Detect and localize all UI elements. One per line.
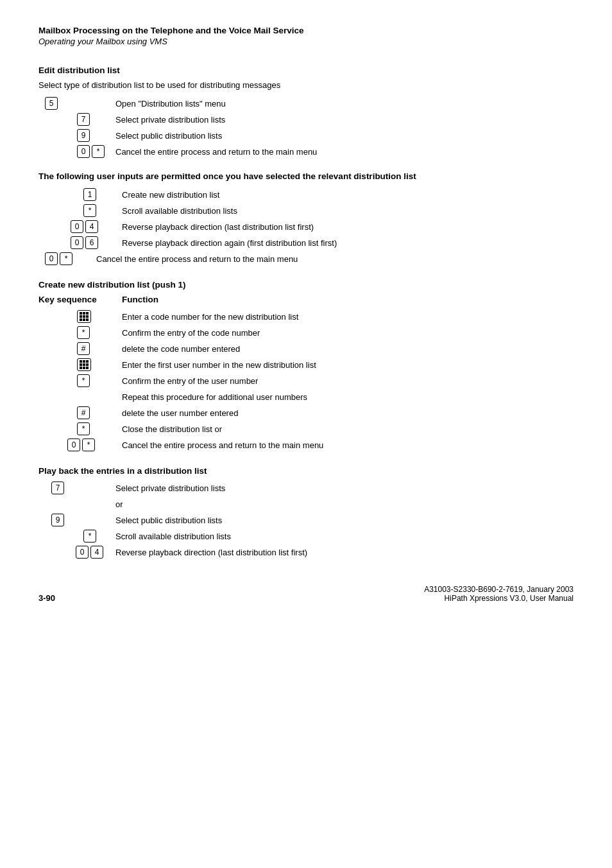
key-desc: Repeat this procedure for additional use… bbox=[122, 392, 574, 402]
key-0d: 0 bbox=[45, 252, 58, 265]
svg-rect-4 bbox=[83, 315, 85, 318]
key-row: 0 * Cancel the entire process and return… bbox=[45, 252, 574, 266]
section2-key-table: 1 Create new distribution list * Scroll … bbox=[45, 187, 574, 266]
section-edit-dist-list: Edit distribution list Select type of di… bbox=[38, 65, 574, 159]
key-row: 7 Select private distribution lists bbox=[64, 112, 574, 126]
key-desc: Open "Distribution lists" menu bbox=[115, 99, 574, 108]
key-row: 1 Create new distribution list bbox=[64, 187, 574, 202]
key-row: * Confirm the entry of the code number bbox=[64, 326, 574, 340]
key-4b: 4 bbox=[90, 546, 103, 559]
section-create-dist-list: Create new distribution list (push 1) Ke… bbox=[38, 280, 574, 452]
key-star5: * bbox=[77, 374, 90, 387]
key-desc: Enter the first user number in the new d… bbox=[122, 360, 574, 370]
key-9b: 9 bbox=[51, 514, 64, 526]
grid-svg2 bbox=[80, 360, 89, 369]
key-desc: Select private distribution lists bbox=[115, 483, 574, 493]
key-star3: * bbox=[60, 252, 72, 265]
key-7b: 7 bbox=[51, 482, 64, 494]
key-row: 9 Select public distribution lists bbox=[64, 128, 574, 143]
key-6: 6 bbox=[85, 236, 98, 249]
key-desc: Cancel the entire process and return to … bbox=[115, 147, 574, 157]
key-row: 0 6 Reverse playback direction again (fi… bbox=[64, 236, 574, 250]
svg-rect-1 bbox=[83, 312, 85, 315]
svg-rect-13 bbox=[83, 363, 85, 366]
key-0c: 0 bbox=[71, 236, 83, 249]
key-grid2 bbox=[77, 358, 91, 371]
key-desc: Select public distribution lists bbox=[115, 516, 574, 525]
key-sequence-table: Enter a code number for the new distribu… bbox=[45, 309, 574, 452]
function-header: Function bbox=[122, 295, 158, 304]
key-row: 0 4 Reverse playback direction (last dis… bbox=[64, 220, 574, 234]
footer-manual: HiPath Xpressions V3.0, User Manual bbox=[424, 594, 574, 603]
section-playback: Play back the entries in a distribution … bbox=[38, 466, 574, 559]
key-row: 9 Select public distribution lists bbox=[45, 513, 574, 527]
page-footer: 3-90 A31003-S2330-B690-2-7619, January 2… bbox=[38, 585, 574, 603]
key-row: * Scroll available distribution lists bbox=[64, 204, 574, 218]
key-7: 7 bbox=[77, 113, 90, 126]
svg-rect-17 bbox=[86, 367, 89, 369]
key-star: * bbox=[92, 145, 105, 158]
svg-rect-9 bbox=[80, 360, 82, 363]
key-0e: 0 bbox=[67, 438, 80, 451]
key-4: 4 bbox=[85, 220, 98, 233]
key-row: * Confirm the entry of the user number bbox=[64, 374, 574, 388]
section4-title: Play back the entries in a distribution … bbox=[38, 466, 574, 476]
grid-svg bbox=[80, 312, 89, 321]
key-star4: * bbox=[77, 326, 90, 339]
key-desc: Cancel the entire process and return to … bbox=[122, 440, 574, 450]
svg-rect-10 bbox=[83, 360, 85, 363]
key-star6: * bbox=[77, 422, 90, 435]
svg-rect-7 bbox=[83, 318, 85, 321]
key-0f: 0 bbox=[76, 546, 89, 559]
key-row: 5 Open "Distribution lists" menu bbox=[45, 96, 574, 110]
svg-rect-2 bbox=[86, 312, 89, 315]
page-subtitle: Operating your Mailbox using VMS bbox=[38, 37, 574, 46]
key-hash2: # bbox=[77, 406, 90, 419]
key-star7: * bbox=[82, 438, 95, 451]
key-hash: # bbox=[77, 342, 90, 355]
key-row: Repeat this procedure for additional use… bbox=[64, 390, 574, 404]
key-desc: Confirm the entry of the code number bbox=[122, 328, 574, 338]
key-row: # delete the user number entered bbox=[64, 406, 574, 420]
page-title: Mailbox Processing on the Telephone and … bbox=[38, 26, 574, 35]
key-desc: Create new distribution list bbox=[122, 190, 574, 200]
key-5: 5 bbox=[45, 97, 58, 110]
key-row: Enter a code number for the new distribu… bbox=[64, 309, 574, 324]
svg-rect-15 bbox=[80, 367, 82, 369]
key-desc: Scroll available distribution lists bbox=[122, 206, 574, 216]
svg-rect-14 bbox=[86, 363, 89, 366]
section1-key-table: 5 Open "Distribution lists" menu 7 Selec… bbox=[45, 96, 574, 159]
key-desc: Reverse playback direction again (first … bbox=[122, 238, 574, 248]
key-desc: Reverse playback direction (last distrib… bbox=[115, 548, 574, 557]
key-row: * Scroll available distribution lists bbox=[64, 529, 574, 543]
key-grid bbox=[77, 310, 91, 323]
section4-key-table: 7 Select private distribution lists or 9… bbox=[45, 481, 574, 559]
key-row: # delete the code number entered bbox=[64, 342, 574, 356]
key-row: 0 * Cancel the entire process and return… bbox=[64, 438, 574, 452]
key-desc: Enter a code number for the new distribu… bbox=[122, 312, 574, 322]
svg-rect-0 bbox=[80, 312, 82, 315]
key-row: Enter the first user number in the new d… bbox=[64, 358, 574, 372]
key-row: 0 * Cancel the entire process and return… bbox=[64, 144, 574, 159]
svg-rect-16 bbox=[83, 367, 85, 369]
key-desc: Cancel the entire process and return to … bbox=[96, 254, 574, 264]
section2-title: The following user inputs are permitted … bbox=[38, 171, 574, 181]
svg-rect-3 bbox=[80, 315, 82, 318]
page-number: 3-90 bbox=[38, 593, 55, 603]
key-desc: Select private distribution lists bbox=[115, 115, 574, 125]
key-desc: delete the user number entered bbox=[122, 408, 574, 418]
key-row-or: or bbox=[45, 497, 574, 511]
key-star8: * bbox=[83, 530, 96, 542]
key-9: 9 bbox=[77, 129, 90, 142]
key-0b: 0 bbox=[71, 220, 83, 233]
key-0: 0 bbox=[77, 145, 90, 158]
section-permitted-inputs: The following user inputs are permitted … bbox=[38, 171, 574, 266]
svg-rect-6 bbox=[80, 318, 82, 321]
key-1: 1 bbox=[83, 188, 96, 201]
page-header: Mailbox Processing on the Telephone and … bbox=[38, 26, 574, 46]
section1-desc: Select type of distribution list to be u… bbox=[38, 80, 574, 90]
svg-rect-11 bbox=[86, 360, 89, 363]
key-desc: Scroll available distribution lists bbox=[115, 532, 574, 541]
key-desc: Select public distribution lists bbox=[115, 131, 574, 141]
key-row: 7 Select private distribution lists bbox=[45, 481, 574, 495]
